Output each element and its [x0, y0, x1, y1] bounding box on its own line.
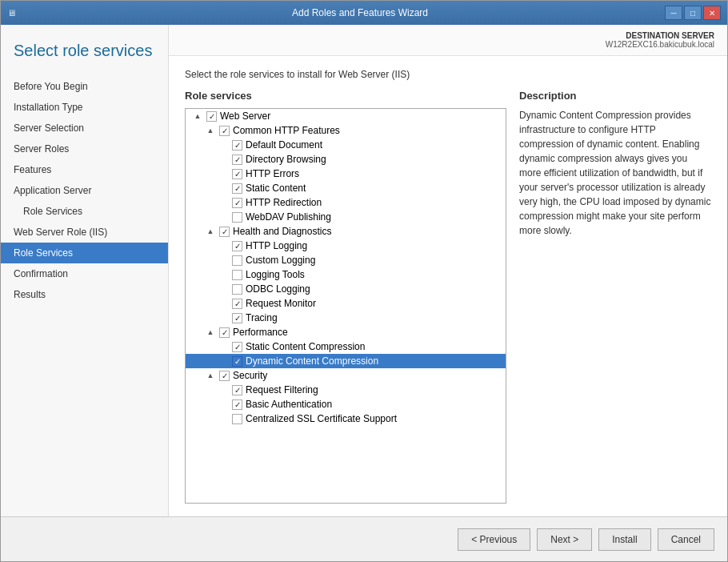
cancel-button[interactable]: Cancel — [658, 528, 714, 551]
checkbox-performance[interactable]: ✓ — [219, 327, 230, 338]
tree-item-dir-browsing[interactable]: ✓ Directory Browsing — [186, 152, 506, 167]
tree-container[interactable]: ▲ ✓ Web Server ▲ ✓ Common HTTP Features — [185, 108, 506, 504]
expand-icon-ssl-cert — [218, 413, 229, 424]
expand-icon-web-server[interactable]: ▲ — [192, 110, 203, 122]
checkbox-basic-auth[interactable]: ✓ — [232, 399, 242, 410]
label-common-http: Common HTTP Features — [233, 125, 340, 136]
sidebar-item-app-role-services[interactable]: Role Services — [1, 201, 168, 222]
next-button[interactable]: Next > — [537, 528, 592, 551]
expand-icon-http-errors — [218, 168, 229, 179]
page-instruction: Select the role services to install for … — [185, 69, 711, 80]
maximize-button[interactable]: □ — [684, 6, 702, 20]
main-panel: DESTINATION SERVER W12R2EXC16.bakicubuk.… — [169, 25, 727, 516]
tree-item-http-redirect[interactable]: ✓ HTTP Redirection — [186, 195, 506, 210]
checkbox-http-logging[interactable]: ✓ — [232, 241, 242, 251]
label-web-server: Web Server — [220, 110, 270, 122]
sidebar-item-results[interactable]: Results — [1, 284, 168, 305]
expand-icon-health-diag[interactable]: ▲ — [205, 226, 216, 237]
minimize-button[interactable]: ─ — [665, 6, 682, 20]
expand-icon-http-redirect — [218, 197, 229, 208]
label-logging-tools: Logging Tools — [246, 269, 305, 280]
previous-button[interactable]: < Previous — [458, 528, 530, 551]
dest-server-name: W12R2EXC16.bakicubuk.local — [182, 40, 714, 49]
tree-item-request-monitor[interactable]: ✓ Request Monitor — [186, 296, 506, 311]
tree-item-custom-logging[interactable]: Custom Logging — [186, 253, 506, 267]
label-http-redirect: HTTP Redirection — [246, 197, 322, 208]
tree-item-health-diag[interactable]: ▲ ✓ Health and Diagnostics — [186, 224, 506, 239]
dest-server-label: DESTINATION SERVER — [182, 31, 714, 40]
tree-item-basic-auth[interactable]: ✓ Basic Authentication — [186, 397, 506, 411]
tree-item-common-http[interactable]: ▲ ✓ Common HTTP Features — [186, 123, 506, 138]
sidebar-item-features[interactable]: Features — [1, 159, 168, 180]
checkbox-http-redirect[interactable]: ✓ — [232, 198, 242, 208]
install-button[interactable]: Install — [598, 528, 650, 551]
tree-item-logging-tools[interactable]: Logging Tools — [186, 267, 506, 282]
checkbox-odbc-logging[interactable] — [232, 284, 242, 295]
checkbox-dir-browsing[interactable]: ✓ — [232, 155, 242, 165]
sidebar-item-web-server-role[interactable]: Web Server Role (IIS) — [1, 222, 168, 243]
checkbox-request-monitor[interactable]: ✓ — [232, 299, 242, 309]
sidebar-item-before-you-begin[interactable]: Before You Begin — [1, 76, 168, 97]
checkbox-ssl-cert[interactable] — [232, 414, 242, 424]
checkbox-common-http[interactable]: ✓ — [219, 126, 230, 136]
expand-icon-odbc-logging — [218, 283, 229, 295]
checkbox-http-errors[interactable]: ✓ — [232, 169, 242, 179]
expand-icon-dynamic-compression — [218, 355, 229, 367]
tree-item-static-compression[interactable]: ✓ Static Content Compression — [186, 339, 506, 354]
expand-icon-performance[interactable]: ▲ — [205, 327, 216, 338]
label-security: Security — [233, 370, 267, 381]
sidebar-item-installation-type[interactable]: Installation Type — [1, 97, 168, 118]
expand-icon-common-http[interactable]: ▲ — [205, 125, 216, 136]
tree-item-http-errors[interactable]: ✓ HTTP Errors — [186, 167, 506, 181]
window-controls: ─ □ ✕ — [665, 6, 721, 20]
checkbox-static-compression[interactable]: ✓ — [232, 342, 242, 352]
checkbox-health-diag[interactable]: ✓ — [219, 227, 230, 237]
checkbox-tracing[interactable]: ✓ — [232, 313, 242, 323]
label-static-compression: Static Content Compression — [246, 341, 365, 352]
main-window: 🖥 Add Roles and Features Wizard ─ □ ✕ Se… — [0, 0, 728, 562]
tree-item-tracing[interactable]: ✓ Tracing — [186, 311, 506, 325]
tree-item-http-logging[interactable]: ✓ HTTP Logging — [186, 239, 506, 253]
label-health-diag: Health and Diagnostics — [233, 226, 331, 237]
tree-item-dynamic-compression[interactable]: ✓ Dynamic Content Compression — [186, 354, 506, 368]
expand-icon-security[interactable]: ▲ — [205, 370, 216, 381]
expand-icon-http-logging — [218, 240, 229, 251]
label-performance: Performance — [233, 327, 288, 338]
checkbox-webdav[interactable] — [232, 212, 242, 223]
footer: < Previous Next > Install Cancel — [1, 516, 727, 561]
tree-item-web-server[interactable]: ▲ ✓ Web Server — [186, 109, 506, 123]
label-basic-auth: Basic Authentication — [246, 399, 332, 410]
sidebar-item-server-roles[interactable]: Server Roles — [1, 138, 168, 159]
tree-item-odbc-logging[interactable]: ODBC Logging — [186, 282, 506, 296]
checkbox-logging-tools[interactable] — [232, 270, 242, 280]
checkbox-security[interactable]: ✓ — [219, 371, 230, 381]
tree-item-ssl-cert[interactable]: Centralized SSL Certificate Support — [186, 411, 506, 426]
tree-item-static-content[interactable]: ✓ Static Content — [186, 181, 506, 195]
sidebar-item-confirmation[interactable]: Confirmation — [1, 263, 168, 284]
role-services-column: Role services ▲ ✓ Web Server ▲ — [185, 90, 506, 504]
close-button[interactable]: ✕ — [703, 6, 721, 20]
tree-item-request-filtering[interactable]: ✓ Request Filtering — [186, 383, 506, 397]
checkbox-web-server[interactable]: ✓ — [206, 111, 217, 122]
checkbox-default-doc[interactable]: ✓ — [232, 140, 242, 151]
tree-item-performance[interactable]: ▲ ✓ Performance — [186, 325, 506, 339]
expand-icon-logging-tools — [218, 269, 229, 280]
sidebar-item-application-server[interactable]: Application Server — [1, 180, 168, 201]
title-bar: 🖥 Add Roles and Features Wizard ─ □ ✕ — [1, 1, 727, 25]
checkbox-static-content[interactable]: ✓ — [232, 183, 242, 194]
checkbox-dynamic-compression[interactable]: ✓ — [232, 356, 242, 367]
checkbox-request-filtering[interactable]: ✓ — [232, 385, 242, 395]
label-dir-browsing: Directory Browsing — [246, 154, 326, 165]
sidebar-item-role-services[interactable]: Role Services — [1, 243, 168, 263]
tree-item-webdav[interactable]: WebDAV Publishing — [186, 210, 506, 224]
label-custom-logging: Custom Logging — [246, 255, 315, 266]
label-static-content: Static Content — [246, 183, 306, 194]
label-http-errors: HTTP Errors — [246, 168, 299, 179]
sidebar-header: Select role services — [1, 41, 168, 76]
description-text: Dynamic Content Compression provides inf… — [519, 108, 711, 238]
tree-item-default-doc[interactable]: ✓ Default Document — [186, 138, 506, 152]
sidebar: Select role services Before You Begin In… — [1, 25, 169, 516]
sidebar-item-server-selection[interactable]: Server Selection — [1, 118, 168, 138]
checkbox-custom-logging[interactable] — [232, 255, 242, 266]
tree-item-security[interactable]: ▲ ✓ Security — [186, 368, 506, 383]
